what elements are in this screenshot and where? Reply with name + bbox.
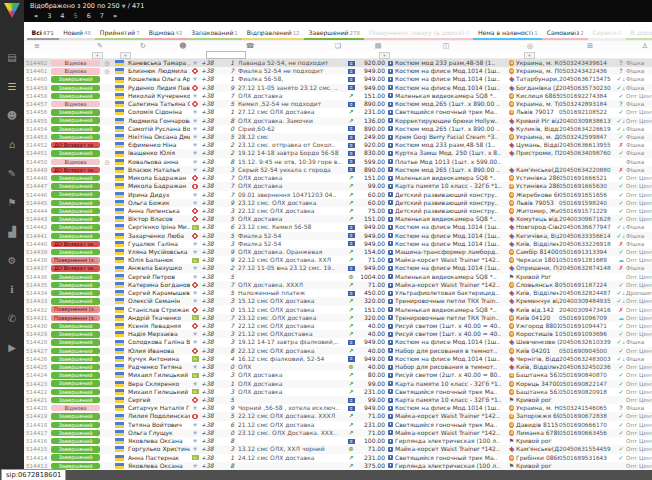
tracking-number[interactable]: 20450632610339: [559, 338, 616, 346]
table-row[interactable]: 514414 Завершений Анна Пастернак lc +381…: [24, 454, 652, 462]
phone-cell[interactable]: +389: [200, 404, 238, 412]
phone-cell[interactable]: +380: [200, 125, 238, 133]
location-filter-dropdown[interactable]: ▾: [524, 52, 535, 60]
page-button-5[interactable]: 5: [73, 12, 77, 20]
tracking-number[interactable]: 0503243439614: [559, 59, 616, 67]
orders-icon[interactable]: ☰: [3, 79, 21, 95]
table-row[interactable]: 514438 Повернення (з.. Юлія Баланюк lc +…: [24, 256, 652, 264]
refresh-column-icon[interactable]: ↻: [136, 41, 150, 51]
phone-cell[interactable]: +383: [200, 445, 238, 453]
tracking-number[interactable]: 0501691571229: [559, 207, 616, 215]
table-row[interactable]: 514458 Завершений Николай Кучеренко ✳ +3…: [24, 92, 652, 100]
phone-cell[interactable]: +383: [200, 297, 238, 305]
page-button-7[interactable]: 7: [100, 12, 104, 20]
tracking-number[interactable]: [559, 396, 616, 404]
table-row[interactable]: 514427 Завершений Юлия Иванова +388 22.1…: [24, 347, 652, 355]
video-icon[interactable]: ▶: [3, 340, 21, 356]
tab-Всі[interactable]: Всі471: [27, 26, 59, 40]
table-row[interactable]: 514435 Завершений Катерина Богданова +38…: [24, 281, 652, 289]
tracking-column-icon[interactable]: ⊞: [583, 41, 597, 51]
tracking-number[interactable]: 20450631554459: [559, 445, 616, 453]
phone-cell[interactable]: +389: [200, 256, 238, 264]
tab-Повернення товару (в дорозі)[interactable]: Повернення товару (в дорозі)0: [364, 26, 473, 40]
tab-Запакований[interactable]: Запакований1: [187, 26, 242, 40]
tracking-number[interactable]: 0501691094471: [559, 322, 616, 330]
phone-cell[interactable]: +388: [200, 347, 238, 355]
table-row[interactable]: 514428 Завершений Солодкова Галіна В.. ✳…: [24, 338, 652, 346]
tracking-number[interactable]: 0501691598240: [559, 199, 616, 207]
table-row[interactable]: 514442 Завершений Сергієнко Іріна Ми.. l…: [24, 223, 652, 231]
phone-cell[interactable]: +380: [200, 306, 238, 314]
tracking-number[interactable]: [559, 273, 616, 281]
table-row[interactable]: 514420 Відмова Ситарчук Наталія Гр.. ✳ +…: [24, 404, 652, 412]
table-row[interactable]: 514433 Завершений Олексій Семанін ✳ +383…: [24, 297, 652, 305]
tracking-number[interactable]: 20450634220880: [559, 166, 616, 174]
table-row[interactable]: 514450 Відмова ◷ Ковальова анна ✳ +388 1…: [24, 158, 652, 166]
support-icon[interactable]: ✆: [3, 311, 21, 327]
order-id-column-icon[interactable]: ≡: [30, 41, 44, 51]
phone-cell[interactable]: +383: [200, 207, 238, 215]
phone-cell[interactable]: +386: [200, 223, 238, 231]
dashboard-icon[interactable]: ▤: [3, 50, 21, 66]
table-row[interactable]: 514441 Завершений Захарченко Люба +385 Ф…: [24, 232, 652, 240]
table-row[interactable]: 514425 Завершений Радченко Тетяна ✳ +380…: [24, 363, 652, 371]
tracking-number[interactable]: 20450636677947: [559, 223, 616, 231]
marketing-icon[interactable]: ⚑: [3, 195, 21, 211]
tracking-number[interactable]: 20450632450236: [559, 363, 616, 371]
phone-cell[interactable]: +383: [200, 240, 238, 248]
tracking-number[interactable]: 0503242599847: [559, 133, 616, 141]
clients-icon[interactable]: ☻: [3, 108, 21, 124]
table-row[interactable]: 514452 ДО Возврат ок.. Єфименко Ніна ✳ +…: [24, 141, 652, 149]
phone-cell[interactable]: +387: [200, 314, 238, 322]
phone-cell[interactable]: +387: [200, 322, 238, 330]
tab-Новий[interactable]: Новий48: [59, 26, 96, 40]
tracking-number[interactable]: 0501691093696: [559, 330, 616, 338]
table-row[interactable]: 514418 Завершений Тетяна Войтович ✳ +386…: [24, 421, 652, 429]
table-row[interactable]: 514423 Завершений Вера Скляренко ✳ +381 …: [24, 380, 652, 388]
tracking-number[interactable]: 20450634226619: [559, 125, 616, 133]
phone-cell[interactable]: +387: [200, 67, 238, 75]
table-row[interactable]: 514437 ДО Возврат ок.. Анжела Безушко ✳ …: [24, 264, 652, 272]
settings-icon[interactable]: ⚙: [3, 253, 21, 269]
page-button-3[interactable]: 3: [47, 12, 51, 20]
tracking-number[interactable]: 20450632824487: [559, 289, 616, 297]
phone-cell[interactable]: +382: [200, 264, 238, 272]
first-page-button[interactable]: «: [34, 12, 38, 20]
table-row[interactable]: 514416 Завершений Яковлева Оксана ✳ +388…: [24, 437, 652, 445]
table-row[interactable]: 514444 Завершений Анна Липенська +383 22…: [24, 207, 652, 215]
table-row[interactable]: 514449 ДО Возврат ок.. Власюк Наталья ✳ …: [24, 166, 652, 174]
table-row[interactable]: 514431 Повернення (з.. Андрій Ткаченко l…: [24, 314, 652, 322]
phone-cell[interactable]: +383: [200, 388, 238, 396]
tracking-number[interactable]: 0501691187224: [559, 281, 616, 289]
tracking-number[interactable]: 0501691313394: [559, 248, 616, 256]
phone-cell[interactable]: +385: [200, 412, 238, 420]
last-page-button[interactable]: »: [113, 12, 117, 20]
page-button-4[interactable]: 4: [60, 12, 64, 20]
location-column-icon[interactable]: ◎: [523, 41, 537, 51]
tracking-number[interactable]: 0501691665630: [559, 182, 616, 190]
table-row[interactable]: 514462 Відмова ◷ Каневська Тамара .. ✳ +…: [24, 59, 652, 67]
tracking-number[interactable]: 0501690820918: [559, 388, 616, 396]
phone-cell[interactable]: +385: [200, 232, 238, 240]
table-row[interactable]: 514432 Повернення (з.. Станіслав Стрижак…: [24, 306, 652, 314]
phone-cell[interactable]: +387: [200, 281, 238, 289]
tracking-number[interactable]: 20450633356614: [559, 232, 616, 240]
tracking-number[interactable]: 20400309473416: [559, 306, 616, 314]
table-row[interactable]: 514454 Завершений Самотій Руслана Во.. ✳…: [24, 125, 652, 133]
tracking-number[interactable]: 0501690840870: [559, 371, 616, 379]
phone-cell[interactable]: +383: [200, 338, 238, 346]
page-size-caret-icon[interactable]: ▼: [122, 3, 126, 9]
table-row[interactable]: 514422 Завершений Михаил Гилецький lc +3…: [24, 388, 652, 396]
tracking-number[interactable]: 0501690666170: [559, 421, 616, 429]
tracking-number[interactable]: 20450632874148: [559, 264, 616, 272]
tracking-number[interactable]: 0501690904500: [559, 347, 616, 355]
tab-Прийнятий[interactable]: Прийнятий7: [95, 26, 144, 40]
tracking-number[interactable]: 0501690672838: [559, 412, 616, 420]
table-row[interactable]: 514461 Відмова ◷ Близнюк Людмила .. +387…: [24, 67, 652, 75]
phone-cell[interactable]: +384: [200, 355, 238, 363]
table-row[interactable]: 514434 Завершений Сергей Карамышев ✳ +38…: [24, 289, 652, 297]
tracking-number[interactable]: 20450634098760: [559, 149, 616, 157]
tracking-number[interactable]: 0501690822147: [559, 380, 616, 388]
phone-cell[interactable]: +381: [200, 75, 238, 83]
comment-column-icon[interactable]: ❏: [331, 41, 345, 51]
